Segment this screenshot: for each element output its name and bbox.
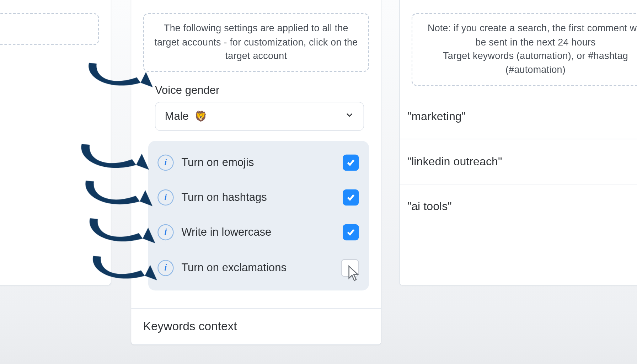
voice-gender-emoji: 🦁 <box>194 111 207 122</box>
checkbox-hashtags[interactable] <box>343 189 359 205</box>
keywords-note-box: Note: if you create a search, the first … <box>412 13 637 86</box>
keywords-list: "marketing" "linkedin outreach" "ai tool… <box>400 94 637 229</box>
option-row-emojis: i Turn on emojis <box>154 148 363 178</box>
keyword-text: "linkedin outreach" <box>407 155 502 168</box>
chevron-down-icon <box>345 111 354 122</box>
keyword-text: "ai tools" <box>407 200 452 213</box>
keyword-text: "marketing" <box>407 110 466 123</box>
option-row-hashtags: i Turn on hashtags <box>154 177 363 212</box>
info-icon[interactable]: i <box>157 224 173 240</box>
settings-panel: The following settings are applied to al… <box>131 0 381 345</box>
check-icon <box>346 192 356 203</box>
voice-options-group: i Turn on emojis i Turn on hashtags i Wr… <box>148 141 369 290</box>
check-icon <box>346 157 356 168</box>
checkbox-lowercase[interactable] <box>343 224 359 240</box>
voice-gender-value: Male <box>165 110 189 123</box>
keywords-panel: Note: if you create a search, the first … <box>399 0 637 285</box>
option-label: Turn on exclamations <box>181 261 341 274</box>
settings-note-box: The following settings are applied to al… <box>143 13 369 72</box>
left-panel: t us in the chat! <box>0 0 111 285</box>
info-icon[interactable]: i <box>157 189 173 205</box>
checkbox-emojis[interactable] <box>343 155 359 171</box>
voice-gender-label: Voice gender <box>155 84 367 97</box>
keyword-row[interactable]: "marketing" <box>400 94 637 139</box>
option-row-lowercase: i Write in lowercase <box>154 212 363 247</box>
voice-gender-dropdown[interactable]: Male 🦁 <box>155 102 364 131</box>
divider <box>131 308 381 309</box>
keyword-row[interactable]: "ai tools" <box>400 184 637 229</box>
settings-note-text: The following settings are applied to al… <box>154 23 358 61</box>
keywords-context-label: Keywords context <box>143 320 368 333</box>
option-label: Turn on emojis <box>181 156 343 169</box>
checkbox-exclamations[interactable] <box>341 259 359 277</box>
info-icon[interactable]: i <box>157 155 173 171</box>
info-icon[interactable]: i <box>157 260 173 276</box>
option-row-exclamations: i Turn on exclamations <box>154 247 363 284</box>
left-note-box: t us in the chat! <box>0 13 99 45</box>
check-icon <box>346 227 356 237</box>
keywords-note-line2: Target keywords (automation), or #hashta… <box>422 49 637 77</box>
option-label: Turn on hashtags <box>181 191 343 204</box>
keyword-row[interactable]: "linkedin outreach" <box>400 139 637 184</box>
option-label: Write in lowercase <box>181 226 343 239</box>
keywords-note-line1: Note: if you create a search, the first … <box>422 22 637 49</box>
